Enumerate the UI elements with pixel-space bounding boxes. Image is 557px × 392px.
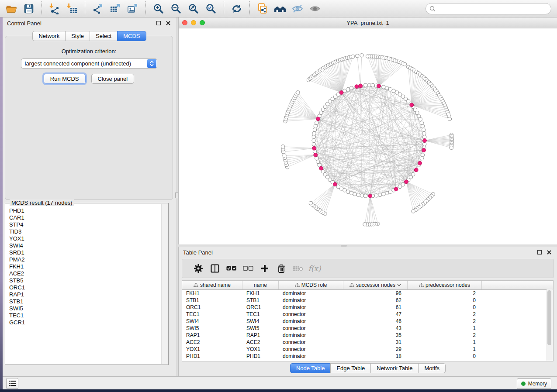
column-header-name[interactable]: name — [242, 281, 279, 289]
shared-column-icon — [295, 283, 300, 287]
mcds-result-list[interactable]: PHD1CAR1STP4TID3YOX1SWI4SRD1PMA2FKH1ACE2… — [6, 205, 161, 364]
fit-content-button[interactable] — [186, 1, 201, 16]
tab-motifs[interactable]: Motifs — [418, 363, 446, 373]
tab-style[interactable]: Style — [65, 31, 90, 41]
table-row[interactable]: STB1STB1dominator620 — [182, 297, 553, 304]
scrollbar-thumb[interactable] — [547, 290, 551, 345]
table-row[interactable]: YOX1YOX1connector291 — [182, 346, 553, 353]
mcds-node-item[interactable]: FKH1 — [9, 263, 161, 270]
mcds-node-item[interactable]: PMA2 — [9, 256, 161, 263]
table-row[interactable]: SWI4SWI4dominator462 — [182, 318, 553, 325]
column-header-predecessor-nodes[interactable]: predecessor nodes — [408, 281, 482, 289]
table-row[interactable]: TEC1TEC1connector472 — [182, 311, 553, 318]
export-table-button[interactable] — [107, 1, 123, 16]
table-cell: 46 — [343, 318, 408, 324]
open-file-button[interactable] — [3, 1, 19, 16]
select-all-rows-button[interactable] — [223, 262, 240, 275]
float-panel-icon[interactable] — [155, 20, 162, 27]
table-cell: 47 — [343, 311, 408, 317]
tab-edge-table[interactable]: Edge Table — [330, 363, 371, 373]
close-panel-icon[interactable] — [546, 249, 553, 256]
memory-label: Memory — [528, 381, 547, 387]
mcds-node-item[interactable]: STP4 — [9, 221, 161, 228]
export-network-button[interactable] — [90, 1, 106, 16]
toolbar-separator — [224, 1, 224, 16]
save-session-button[interactable] — [21, 1, 37, 16]
column-label: MCDS role — [301, 282, 327, 288]
import-network-button[interactable] — [47, 1, 62, 16]
add-column-button[interactable] — [256, 262, 273, 275]
mcds-node-item[interactable]: SWI4 — [9, 242, 161, 249]
table-toolbar: f(x) — [182, 259, 554, 278]
mcds-node-item[interactable]: ORC1 — [9, 284, 161, 291]
column-header-successor-nodes[interactable]: successor nodes — [343, 281, 408, 289]
table-settings-button[interactable] — [190, 262, 207, 275]
delete-table-button[interactable] — [290, 262, 306, 275]
tab-mcds[interactable]: MCDS — [117, 31, 146, 41]
node-table-scrollbar[interactable] — [547, 289, 553, 361]
tab-network[interactable]: Network — [32, 31, 66, 41]
tab-network-table[interactable]: Network Table — [370, 363, 419, 373]
zoom-in-button[interactable] — [151, 1, 166, 16]
memory-status-icon — [521, 382, 526, 386]
mcds-node-item[interactable]: SRD1 — [9, 249, 161, 256]
table-cell: 35 — [343, 332, 408, 338]
first-neighbors-button[interactable] — [272, 1, 288, 16]
tab-select[interactable]: Select — [90, 31, 118, 41]
toolbar-separator — [85, 1, 85, 16]
show-all-button[interactable] — [307, 1, 323, 16]
table-row[interactable]: SWI5SWI5connector431 — [182, 325, 553, 332]
search-input[interactable] — [438, 5, 547, 12]
table-row[interactable]: PHD1PHD1dominator180 — [182, 353, 553, 360]
panel-menu-button[interactable] — [6, 378, 18, 389]
table-row[interactable]: RAP1RAP1dominator352 — [182, 332, 553, 339]
run-mcds-button[interactable]: Run MCDS — [44, 74, 86, 84]
float-panel-icon[interactable] — [536, 249, 543, 256]
mcds-node-item[interactable]: TEC1 — [9, 312, 161, 319]
mcds-node-item[interactable]: PHD1 — [9, 207, 161, 214]
mcds-node-item[interactable]: TID3 — [9, 228, 161, 235]
shared-column-icon — [194, 283, 198, 287]
apply-function-button[interactable]: f(x) — [306, 262, 323, 275]
table-cell: dominator — [279, 332, 343, 338]
select-all-icon — [226, 266, 237, 271]
tab-node-table[interactable]: Node Table — [290, 363, 331, 373]
zoom-selected-button[interactable] — [203, 1, 219, 16]
import-table-button[interactable] — [64, 1, 80, 16]
memory-button[interactable]: Memory — [517, 378, 551, 389]
network-view-canvas[interactable] — [179, 28, 557, 244]
mcds-node-item[interactable]: GCR1 — [9, 319, 161, 326]
zoom-out-button[interactable] — [168, 1, 184, 16]
mcds-node-item[interactable]: STB1 — [9, 298, 161, 305]
column-header-MCDS-role[interactable]: MCDS role — [279, 281, 343, 289]
mcds-node-item[interactable]: ACE2 — [9, 270, 161, 277]
status-bar: Memory — [3, 376, 557, 389]
new-network-from-selection-button[interactable] — [255, 1, 270, 16]
mcds-node-item[interactable]: YOX1 — [9, 235, 161, 242]
close-panel-icon[interactable] — [165, 20, 172, 27]
table-cell: dominator — [279, 304, 343, 310]
hide-selected-button[interactable] — [290, 1, 305, 16]
mcds-result-scrollbar[interactable] — [161, 204, 168, 364]
control-panel-tabs: NetworkStyleSelectMCDS — [3, 31, 176, 41]
mcds-node-item[interactable]: STB5 — [9, 277, 161, 284]
delete-column-button[interactable] — [273, 262, 290, 275]
optimization-criterion-value: largest connected component (undirected) — [21, 60, 147, 67]
table-row[interactable]: ORC1ORC1dominator610 — [182, 304, 553, 311]
refresh-button[interactable] — [229, 1, 245, 16]
search-field[interactable] — [426, 3, 551, 14]
close-panel-button[interactable]: Close panel — [91, 74, 135, 84]
optimization-criterion-select[interactable]: largest connected component (undirected) — [21, 58, 157, 69]
mcds-node-item[interactable]: RAP1 — [9, 291, 161, 298]
mcds-node-item[interactable]: SWI5 — [9, 305, 161, 312]
column-label: shared name — [200, 282, 231, 288]
table-cell: connector — [279, 346, 343, 352]
column-header-shared-name[interactable]: shared name — [182, 281, 242, 289]
table-row[interactable]: ACE2ACE2connector311 — [182, 339, 553, 346]
show-columns-button[interactable] — [207, 262, 223, 275]
network-window-titlebar[interactable]: YPA_prune.txt_1 — [179, 17, 557, 28]
deselect-all-rows-button[interactable] — [240, 262, 256, 275]
export-image-button[interactable] — [125, 1, 141, 16]
mcds-node-item[interactable]: CAR1 — [9, 214, 161, 221]
table-row[interactable]: FKH1FKH1dominator962 — [182, 290, 553, 297]
